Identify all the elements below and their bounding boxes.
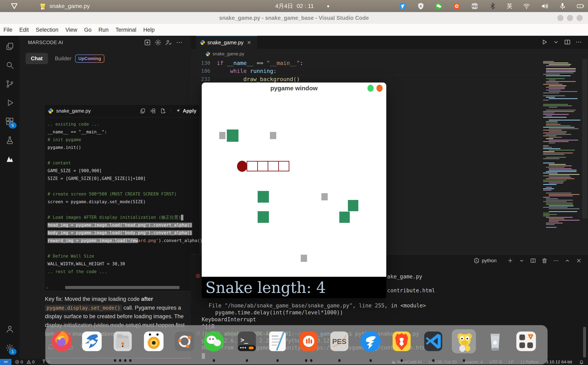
terminal-ellipsis-icon[interactable] xyxy=(553,258,559,264)
minimize-button[interactable] xyxy=(557,15,563,21)
activity-explorer[interactable] xyxy=(0,37,19,56)
close-tab-icon[interactable] xyxy=(246,40,252,45)
dock-thunderbird-icon[interactable] xyxy=(80,329,104,353)
dock-wechat-icon[interactable] xyxy=(202,329,226,353)
tray-dingtalk-icon[interactable] xyxy=(399,2,407,10)
terminal-close-icon[interactable] xyxy=(576,258,582,264)
menu-run[interactable]: Run xyxy=(95,24,112,36)
menu-edit[interactable]: Edit xyxy=(16,24,33,36)
pygame-minimize-button[interactable] xyxy=(367,85,374,92)
dock-koala-icon[interactable] xyxy=(452,329,476,353)
terminal-tab-python[interactable]: python xyxy=(482,258,497,263)
dock-pes-icon[interactable]: PES xyxy=(327,329,351,353)
tray-security-icon[interactable]: A xyxy=(417,2,425,10)
pygame-title-bar[interactable]: pygame window xyxy=(202,83,386,94)
tab-chat[interactable]: Chat xyxy=(26,53,48,64)
dock-terminal-icon[interactable]: >_ xyxy=(235,329,259,353)
new-chat-icon[interactable] xyxy=(144,39,151,46)
menu-view[interactable]: View xyxy=(62,24,81,36)
vscode-title-bar[interactable]: snake_game.py - snake_game_base - Visual… xyxy=(0,12,588,24)
terminal-chevron-up-icon[interactable] xyxy=(564,258,570,264)
activity-test[interactable] xyxy=(0,131,19,150)
dock-brave-icon[interactable] xyxy=(390,329,414,353)
tab-builder[interactable]: Builder xyxy=(53,53,73,64)
menu-file[interactable]: File xyxy=(0,24,16,36)
ellipsis-icon[interactable] xyxy=(575,39,582,46)
dock-files-icon[interactable] xyxy=(111,329,135,353)
activity-extensions[interactable]: 5 xyxy=(0,112,19,131)
menu-help[interactable]: Help xyxy=(140,24,158,36)
clock[interactable]: 4月4日 02 : 11 ● xyxy=(275,0,330,12)
menu-selection[interactable]: Selection xyxy=(32,24,62,36)
editor-line[interactable]: 186 while running: xyxy=(191,67,540,75)
breadcrumb[interactable]: snake_game.py xyxy=(191,49,588,59)
file-add-icon[interactable] xyxy=(160,108,166,114)
problems-warnings[interactable]: 0 xyxy=(26,359,35,364)
minimap-line xyxy=(543,84,562,85)
activity-account[interactable] xyxy=(0,320,19,338)
minimap-line xyxy=(543,100,549,100)
menu-go[interactable]: Go xyxy=(81,24,95,36)
tray-motrix-icon[interactable] xyxy=(453,2,461,10)
split-icon[interactable] xyxy=(564,39,571,46)
ellipsis-icon[interactable] xyxy=(176,39,183,46)
dock-motrix-icon[interactable] xyxy=(297,329,321,353)
terminal-chevron-down-icon[interactable] xyxy=(519,258,525,264)
pygame-window[interactable]: pygame window Snake length: 4 xyxy=(202,83,386,298)
tray-volume-icon[interactable] xyxy=(541,2,548,10)
activity-settings[interactable]: 1 xyxy=(0,338,19,357)
food-block xyxy=(258,191,269,203)
tray-bluetooth-icon[interactable] xyxy=(489,2,497,10)
editor-code[interactable]: 130if __name__ == "__main__":186 while r… xyxy=(191,59,540,83)
dock-rhythmbox-icon[interactable] xyxy=(142,329,166,353)
code-horizontal-scrollbar[interactable]: ‹ › xyxy=(46,285,198,290)
activity-source-control[interactable] xyxy=(0,75,19,93)
status-3-10-12-64-bit[interactable]: 3.10.12 64-bit xyxy=(546,359,572,364)
minimap-line xyxy=(549,140,578,140)
pygame-close-button[interactable] xyxy=(376,85,383,92)
dock-ubuntu-software-icon[interactable] xyxy=(173,329,197,353)
copy-icon[interactable] xyxy=(140,108,146,114)
dock-vscode-icon[interactable] xyxy=(421,329,445,353)
terminal-plus-icon[interactable] xyxy=(507,258,513,264)
minimap-line xyxy=(543,114,569,115)
dock-firefox-icon[interactable] xyxy=(50,329,74,353)
activity-marscode[interactable] xyxy=(0,150,19,168)
tray-battery-icon[interactable] xyxy=(577,2,584,10)
maximize-button[interactable] xyxy=(567,15,573,21)
minimap[interactable] xyxy=(543,60,582,232)
menu-terminal[interactable]: Terminal xyxy=(112,24,140,36)
dock-text-editor-icon[interactable] xyxy=(265,329,290,353)
tab-snake-game[interactable]: snake_game.py xyxy=(196,36,257,49)
tray-lang-icon[interactable]: 英 xyxy=(507,2,512,10)
running-indicator xyxy=(421,359,445,362)
apply-button[interactable]: Apply xyxy=(175,108,196,114)
insert-icon[interactable] xyxy=(150,108,156,114)
distro-logo-icon[interactable] xyxy=(10,2,19,11)
window-title: snake_game.py - snake_game_base - Visual… xyxy=(0,12,588,24)
activity-run-debug[interactable] xyxy=(0,93,19,112)
agent-icon[interactable] xyxy=(165,39,172,46)
editor-line[interactable]: 232 draw_background() xyxy=(191,75,540,83)
chevron-down-icon[interactable] xyxy=(553,39,560,46)
settings-badge: 1 xyxy=(9,349,17,355)
dock-launcher-icon[interactable] xyxy=(514,329,538,353)
editor-line[interactable]: 130if __name__ == "__main__": xyxy=(191,59,540,67)
tray-pes-icon[interactable]: PES xyxy=(471,2,478,10)
terminal-split-icon[interactable] xyxy=(530,258,536,264)
problems-errors[interactable]: 0 xyxy=(15,359,23,364)
terminal-scrollbar[interactable] xyxy=(583,327,586,358)
close-button[interactable] xyxy=(577,15,583,21)
tray-mic-icon[interactable] xyxy=(559,2,566,10)
tray-wechat-icon[interactable] xyxy=(435,2,443,10)
editor-scrollbar[interactable] xyxy=(582,59,588,218)
terminal-trash-icon[interactable] xyxy=(541,258,547,264)
gear-icon[interactable] xyxy=(155,39,161,46)
activity-search[interactable] xyxy=(0,56,19,75)
dock-trash-icon[interactable] xyxy=(483,329,507,353)
remote-indicator[interactable]: >< xyxy=(0,359,11,365)
run-button-icon[interactable] xyxy=(541,39,548,46)
status-bell[interactable] xyxy=(579,359,584,364)
tray-wifi-icon[interactable] xyxy=(523,2,530,10)
dock-dingtalk-icon[interactable] xyxy=(359,329,383,353)
